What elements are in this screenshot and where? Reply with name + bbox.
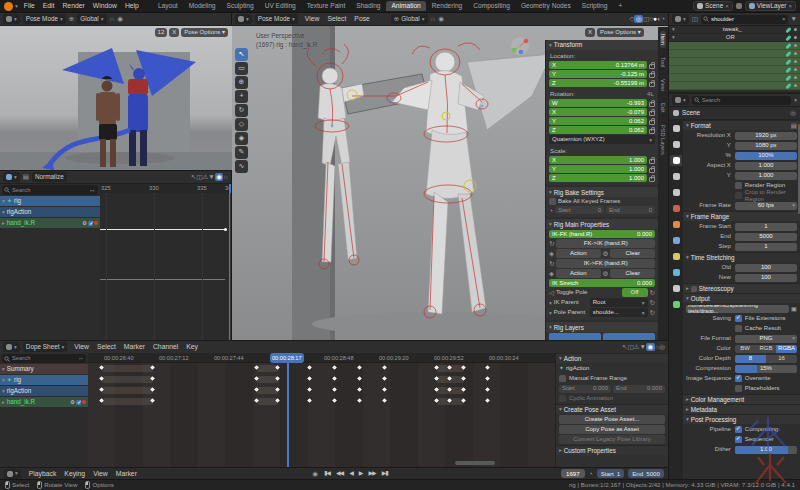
bake-start-field[interactable]: Start0 [555, 206, 604, 214]
outliner-row[interactable] [669, 58, 800, 66]
fcurve-flat-2[interactable] [100, 279, 225, 280]
rotation-mode-select[interactable]: Quaternion (WXYZ)▾ [549, 135, 655, 144]
object-data-tab[interactable] [670, 299, 682, 310]
frame-range-panel-header[interactable]: ▾Frame Range [683, 211, 800, 221]
visibility-icon[interactable] [794, 36, 797, 39]
time-new-field[interactable]: 100 [735, 274, 797, 282]
compression-slider[interactable]: 15% [735, 365, 797, 373]
current-frame-field[interactable]: 1697 [561, 469, 585, 478]
proportional-edit-icon[interactable]: ◉ [438, 15, 444, 22]
tool-tab[interactable] [670, 123, 682, 134]
color-bw-button[interactable]: BW [735, 345, 756, 353]
channels-menu-icon[interactable]: ▤ [23, 173, 29, 180]
modifier-icon[interactable]: ⚙ [70, 399, 75, 405]
visibility-icon[interactable] [794, 76, 797, 79]
proportional-edit-icon[interactable]: ◉ [215, 173, 224, 180]
graph-curve-area[interactable]: 325330335340 [100, 184, 231, 340]
editor-type-selector[interactable]: ▾ [235, 14, 252, 24]
output-panel-header[interactable]: ▾Output [683, 293, 800, 303]
lock-icon[interactable] [649, 120, 655, 125]
select-box-tool[interactable]: ▭ [235, 62, 248, 75]
presets-icon[interactable]: ▤ [791, 122, 797, 129]
depth-16-button[interactable]: 16 [766, 355, 797, 363]
resolution-y-field[interactable]: 1080 px [735, 142, 797, 150]
ikfk-slider[interactable]: IK-FK (hand.R)0.000 [549, 230, 655, 238]
visibility-icon[interactable] [794, 44, 797, 47]
blender-logo-icon[interactable] [4, 2, 13, 11]
lock-icon[interactable] [649, 177, 655, 182]
channel-rigaction[interactable]: ▾rigAction [0, 386, 88, 396]
keyframe-diamond[interactable] [150, 387, 154, 391]
editor-type-selector[interactable]: ▾ [3, 14, 20, 24]
measure-tool[interactable]: ∿ [235, 160, 248, 173]
timeline-ruler[interactable]: 00:00:26:4000:00:27:1200:00:27:4400:00:2… [88, 353, 555, 363]
transform-tool[interactable]: ◈ [235, 132, 248, 145]
shading-rendered-icon[interactable]: ◔ [661, 15, 665, 22]
pose-asset-panel-header[interactable]: ▾Create Pose Asset [556, 404, 668, 414]
particle-tab[interactable] [670, 251, 682, 262]
render-region-checkbox[interactable] [735, 182, 742, 189]
view-layer-selector[interactable]: ViewLayer × [745, 1, 796, 11]
channel-rig[interactable]: ▾✦rig [0, 196, 100, 206]
time-old-field[interactable]: 100 [735, 264, 797, 272]
outliner-row[interactable]: ▾OR [669, 34, 800, 42]
workspace-tab-compositing[interactable]: Compositing [468, 1, 515, 11]
viewport-menu-select[interactable]: Select [323, 15, 350, 23]
action-end-field[interactable]: End0.000 [613, 385, 665, 393]
move-tool[interactable]: + [235, 90, 248, 103]
auto-keying-record-icon[interactable]: ◉ [312, 470, 318, 477]
manual-range-checkbox[interactable] [559, 375, 566, 382]
frame-step-field[interactable]: 1 [735, 243, 797, 251]
sidebar-tab-item[interactable]: Item [660, 31, 666, 48]
workspace-tab-texture-paint[interactable]: Texture Paint [302, 1, 350, 11]
keyframe-diamond[interactable] [332, 387, 336, 391]
menu-help[interactable]: Help [121, 2, 143, 10]
playback-menu-marker[interactable]: Marker [112, 470, 141, 478]
outliner-filter-icon[interactable]: ◫ [692, 15, 698, 22]
horizontal-scrollbar[interactable] [455, 461, 495, 465]
outliner-search-input[interactable]: shoulder × [701, 15, 788, 24]
rotate-tool[interactable]: ↻ [235, 104, 248, 117]
mode-selector[interactable]: Pose Mode▾ [23, 14, 66, 24]
pose-options-popover[interactable]: Pose Options ▾ [597, 28, 644, 37]
object-tab[interactable] [670, 219, 682, 230]
rig-layer-button-2[interactable] [603, 333, 655, 340]
pole-parent-snap-icon[interactable]: ↻ [650, 309, 655, 316]
workspace-tab-animation[interactable]: Animation [386, 1, 425, 11]
outliner-row[interactable] [669, 66, 800, 74]
channel-summary[interactable]: ▾Summary [0, 364, 88, 374]
lock-icon[interactable] [649, 73, 655, 78]
cyclic-checkbox[interactable] [559, 395, 566, 402]
location-z-field[interactable]: Z-0.55199 m [549, 79, 647, 87]
snap-magnet-icon[interactable]: ∩ [431, 15, 436, 22]
overwrite-checkbox[interactable] [735, 375, 742, 382]
playback-menu-view[interactable]: View [89, 470, 112, 478]
keyframe-diamond[interactable] [307, 376, 311, 380]
fcurve-flat[interactable] [100, 229, 225, 230]
frame-start-field[interactable]: 1 [735, 223, 797, 231]
keyframe-diamond[interactable] [382, 376, 386, 380]
editor-type-selector[interactable]: ▾ [3, 172, 20, 182]
ik-to-fk-button[interactable]: IK->FK (hand.R) [556, 259, 655, 268]
frame-start-field[interactable]: Start1 [597, 469, 625, 478]
modifier-icon[interactable]: ⚙ [82, 220, 87, 226]
keyframe-diamond[interactable] [357, 376, 361, 380]
playback-menu-keying[interactable]: Keying [60, 470, 89, 478]
lock-icon[interactable] [649, 82, 655, 87]
keyframe-diamond[interactable] [461, 387, 465, 391]
file-extensions-checkbox[interactable] [735, 315, 742, 322]
keyframe-diamond[interactable] [307, 365, 311, 369]
stereoscopy-panel-header[interactable]: ▸Stereoscopy [683, 283, 800, 293]
outliner-display-mode[interactable]: ▾ [672, 14, 689, 24]
jump-end-button[interactable]: ▶▮ [380, 470, 390, 477]
human-figure[interactable] [102, 81, 113, 92]
editor-type-selector[interactable]: ▾ [3, 342, 20, 352]
annotate-tool[interactable]: ✎ [235, 146, 248, 159]
outliner-row[interactable] [669, 82, 800, 90]
keyframe-diamond[interactable] [382, 365, 386, 369]
scale-y-field[interactable]: Y1.000 [549, 165, 647, 173]
channel-hand-ik[interactable]: ▸hand_ik.R ⚙ [0, 218, 100, 228]
channel-rig[interactable]: ▾✦rig [0, 375, 88, 385]
menu-window[interactable]: Window [89, 2, 121, 10]
frame-end-field[interactable]: 5000 [735, 233, 797, 241]
